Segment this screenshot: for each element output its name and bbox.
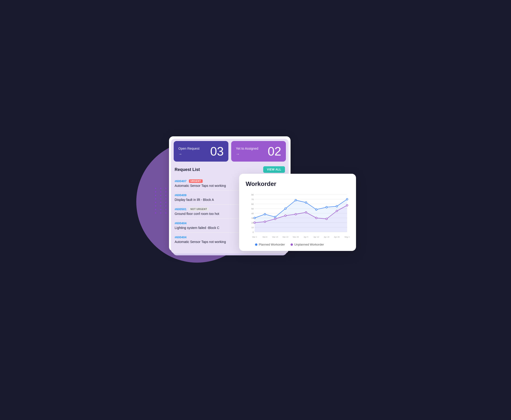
svg-text:Apr 5: Apr 5	[304, 236, 308, 238]
svg-point-29	[264, 213, 266, 215]
svg-point-32	[295, 200, 297, 201]
svg-text:Apr 26: Apr 26	[334, 236, 340, 238]
chart-area: 01020304050607080Mar 1Mar 8Mar 15Mar 22M…	[246, 192, 349, 239]
svg-text:Mar 8: Mar 8	[262, 236, 267, 238]
view-all-button[interactable]: VIEW ALL	[263, 166, 285, 173]
svg-text:0: 0	[252, 231, 254, 233]
section-title: Request List	[175, 167, 200, 172]
open-request-card[interactable]: Open Request → 03	[174, 141, 228, 162]
svg-point-41	[285, 215, 286, 217]
section-header: Request List VIEW ALL	[175, 166, 285, 173]
svg-text:Mar 15: Mar 15	[272, 236, 278, 238]
open-request-arrow: →	[178, 152, 200, 156]
request-badge: NOT URGENT	[189, 207, 209, 211]
svg-point-31	[285, 208, 286, 210]
svg-point-42	[295, 213, 297, 215]
yet-to-assigned-arrow: →	[236, 152, 258, 156]
chart-legend: Planned Workorder Unplanned Workorder	[246, 243, 349, 246]
svg-text:10: 10	[251, 226, 254, 229]
legend-unplanned-label: Unplanned Workorder	[294, 243, 324, 246]
workorder-card: Workorder 01020304050607080Mar 1Mar 8Mar…	[239, 174, 356, 251]
request-id: #600409	[175, 193, 186, 197]
open-request-value: 03	[210, 145, 224, 158]
request-id: #600407	[175, 179, 186, 183]
svg-text:Mar 22: Mar 22	[283, 236, 289, 238]
legend-dot-planned	[255, 243, 257, 246]
svg-text:60: 60	[251, 203, 254, 205]
open-request-label: Open Request	[178, 146, 200, 151]
request-id: #600501	[175, 207, 186, 211]
legend-planned-label: Planned Workorder	[259, 243, 285, 246]
svg-text:80: 80	[251, 194, 254, 196]
svg-text:May 2: May 2	[345, 236, 349, 238]
svg-point-47	[346, 205, 348, 206]
svg-point-38	[254, 222, 255, 224]
yet-to-assigned-card[interactable]: Yet to Assigned → 02	[231, 141, 286, 162]
svg-point-36	[336, 206, 338, 207]
svg-point-30	[274, 216, 276, 218]
svg-text:Apr 12: Apr 12	[313, 236, 319, 238]
workorder-title: Workorder	[246, 180, 349, 188]
svg-point-45	[326, 218, 327, 220]
svg-text:Mar 29: Mar 29	[293, 236, 299, 238]
stats-row: Open Request → 03 Yet to Assigned → 02	[169, 136, 290, 162]
svg-point-40	[274, 218, 276, 220]
svg-point-39	[264, 221, 266, 223]
svg-text:30: 30	[251, 217, 254, 219]
legend-planned: Planned Workorder	[255, 243, 285, 246]
svg-point-44	[316, 217, 317, 219]
svg-point-37	[346, 199, 348, 200]
yet-to-assigned-value: 02	[268, 145, 281, 158]
svg-point-35	[326, 207, 327, 208]
request-badge: URGENT	[189, 179, 203, 183]
legend-dot-unplanned	[290, 243, 293, 246]
request-id: #600404	[175, 235, 186, 239]
svg-text:50: 50	[251, 208, 254, 210]
workorder-chart: 01020304050607080Mar 1Mar 8Mar 15Mar 22M…	[246, 192, 349, 239]
svg-text:Mar 1: Mar 1	[252, 236, 257, 238]
svg-text:Apr 19: Apr 19	[324, 236, 329, 238]
request-id: #600404	[175, 221, 186, 225]
svg-text:40: 40	[251, 212, 254, 215]
svg-point-34	[316, 209, 317, 210]
svg-point-28	[254, 217, 255, 219]
svg-point-43	[305, 212, 307, 213]
legend-unplanned: Unplanned Workorder	[290, 243, 324, 246]
svg-text:20: 20	[251, 222, 254, 224]
yet-to-assigned-label: Yet to Assigned	[236, 146, 258, 151]
svg-point-46	[336, 210, 338, 212]
svg-text:70: 70	[251, 198, 254, 201]
svg-point-33	[305, 202, 307, 203]
